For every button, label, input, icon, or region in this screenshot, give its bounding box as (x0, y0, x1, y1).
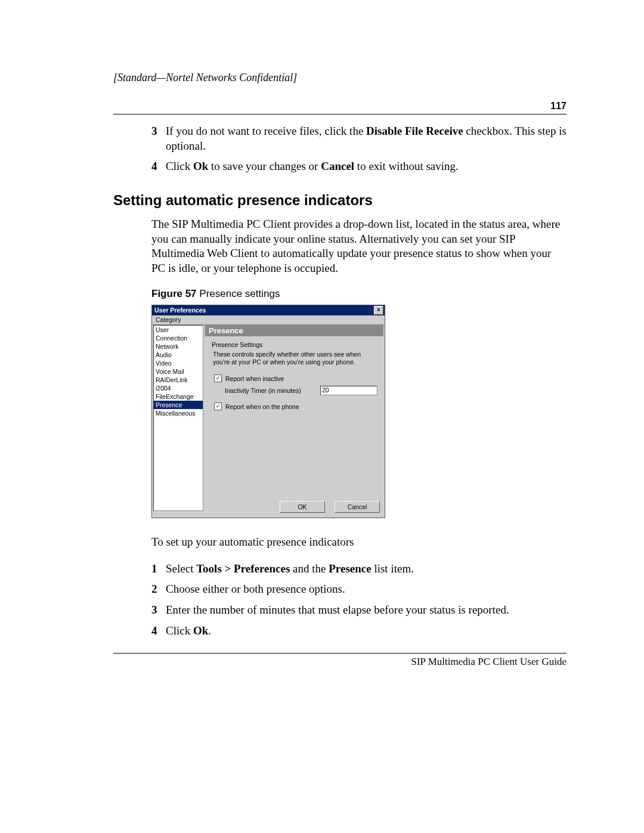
report-phone-row: ✓ Report when on the phone (214, 402, 377, 410)
presence-settings-group: Presence Settings These controls specify… (207, 339, 381, 420)
confidential-header: [Standard—Nortel Networks Confidential] (113, 72, 566, 84)
page-number-row: 117 (113, 101, 566, 114)
step-number: 2 (151, 582, 166, 597)
report-inactive-label: Report when inactive (225, 375, 284, 382)
step-text: Click Ok to save your changes or Cancel … (166, 159, 566, 174)
category-item-user[interactable]: User (154, 326, 203, 334)
figure-caption: Figure 57 Presence settings (151, 288, 566, 300)
document-page: [Standard—Nortel Networks Confidential] … (0, 0, 644, 833)
step-number: 4 (151, 624, 166, 639)
close-icon[interactable]: × (374, 306, 383, 315)
step-3: 3 If you do not want to receive files, c… (151, 124, 566, 153)
step-text: Choose either or both presence options. (166, 582, 566, 597)
footer-text: SIP Multimedia PC Client User Guide (113, 653, 566, 668)
group-legend: Presence Settings (210, 341, 264, 348)
bottom-steps: 1 Select Tools > Preferences and the Pre… (151, 562, 566, 639)
page-number: 117 (550, 101, 566, 112)
report-phone-label: Report when on the phone (225, 403, 299, 410)
category-item-raiderlink[interactable]: RAIDerLink (154, 376, 203, 384)
step-3b: 3 Enter the number of minutes that must … (151, 603, 566, 618)
ok-button[interactable]: OK (280, 501, 325, 513)
dialog-title: User Preferences (154, 306, 206, 314)
step-2: 2 Choose either or both presence options… (151, 582, 566, 597)
step-text: Enter the number of minutes that must el… (166, 603, 566, 618)
user-preferences-dialog: User Preferences × Category User Connect… (151, 305, 385, 518)
step-text: Select Tools > Preferences and the Prese… (166, 562, 566, 577)
step-number: 4 (151, 159, 166, 174)
dialog-button-row: OK Cancel (205, 497, 383, 516)
report-inactive-row: ✓ Report when inactive (214, 374, 377, 382)
category-list[interactable]: User Connection Network Audio Video Voic… (153, 325, 203, 511)
step-1: 1 Select Tools > Preferences and the Pre… (151, 562, 566, 577)
top-steps: 3 If you do not want to receive files, c… (151, 124, 566, 174)
report-phone-checkbox[interactable]: ✓ (214, 402, 222, 410)
category-item-i2004[interactable]: i2004 (154, 384, 203, 392)
step-4b: 4 Click Ok. (151, 624, 566, 639)
category-item-presence[interactable]: Presence (154, 401, 203, 409)
group-description: These controls specify whether other use… (213, 351, 377, 366)
dialog-titlebar: User Preferences × (152, 305, 385, 315)
category-item-miscellaneous[interactable]: Miscellaneous (154, 409, 203, 417)
step-text: If you do not want to receive files, cli… (166, 124, 566, 153)
step-4: 4 Click Ok to save your changes or Cance… (151, 159, 566, 174)
category-item-voicemail[interactable]: Voice Mail (154, 367, 203, 376)
post-figure-intro: To set up your automatic presence indica… (151, 535, 566, 550)
cancel-button[interactable]: Cancel (335, 501, 380, 513)
category-item-video[interactable]: Video (154, 359, 203, 367)
category-item-connection[interactable]: Connection (154, 334, 203, 342)
section-heading: Setting automatic presence indicators (113, 192, 566, 209)
inactivity-timer-row: Inactivity Timer (in minutes) 20 (225, 386, 377, 395)
section-paragraph: The SIP Multimedia PC Client provides a … (151, 217, 566, 276)
step-number: 3 (151, 603, 166, 618)
step-text: Click Ok. (166, 624, 566, 639)
category-label: Category (152, 315, 385, 325)
category-item-network[interactable]: Network (154, 342, 203, 351)
step-number: 3 (151, 124, 166, 153)
category-item-audio[interactable]: Audio (154, 351, 203, 359)
report-inactive-checkbox[interactable]: ✓ (214, 374, 222, 382)
category-item-fileexchange[interactable]: FileExchange (154, 392, 203, 401)
inactivity-timer-label: Inactivity Timer (in minutes) (225, 387, 320, 394)
panel-title: Presence (205, 325, 383, 336)
step-number: 1 (151, 562, 166, 577)
inactivity-timer-input[interactable]: 20 (320, 386, 377, 395)
settings-pane: Presence Presence Settings These control… (205, 325, 385, 518)
